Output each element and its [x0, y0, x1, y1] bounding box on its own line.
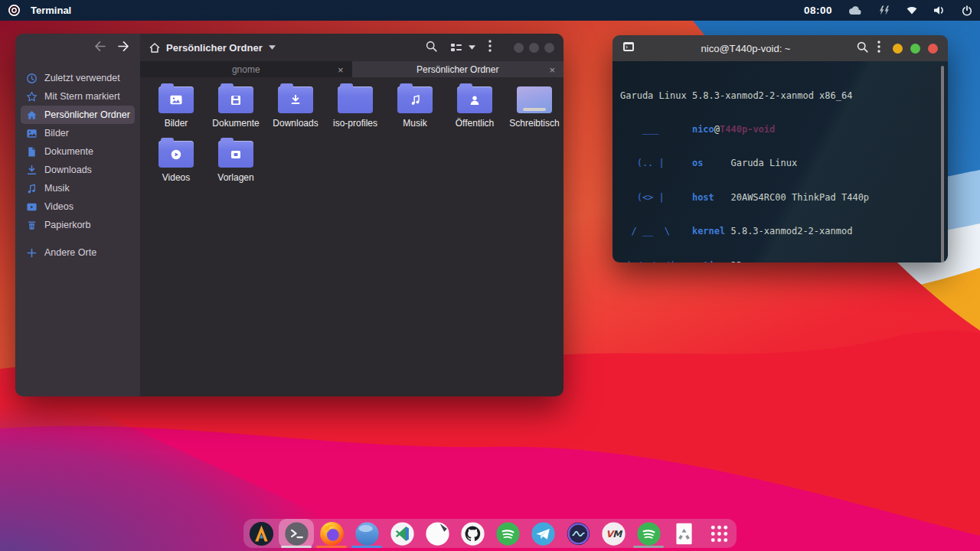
sidebar-item-label: Bilder: [44, 128, 69, 139]
sidebar-item-documents[interactable]: Dokumente: [21, 142, 135, 161]
cloud-icon[interactable]: [848, 5, 862, 15]
folder-videos[interactable]: Videos: [147, 141, 205, 183]
menu-kebab-icon[interactable]: [488, 40, 492, 55]
white-drop-icon: [425, 521, 450, 546]
sidebar-item-videos[interactable]: Videos: [21, 197, 135, 216]
sidebar-item-label: Mit Stern markiert: [44, 91, 120, 102]
bolts-icon[interactable]: [878, 5, 890, 15]
close-button[interactable]: [928, 44, 938, 54]
sidebar-item-music[interactable]: Musik: [21, 179, 135, 197]
clock[interactable]: 08:00: [804, 5, 832, 16]
dock-item-virtual-machine[interactable]: VM: [596, 519, 631, 548]
terminal-app-icon: [622, 41, 635, 55]
menu-kebab-icon[interactable]: [877, 41, 880, 56]
wave-icon: [566, 521, 591, 546]
tab-label: gnome: [232, 64, 260, 75]
download-icon: [26, 165, 38, 176]
dock-item-garuda[interactable]: [243, 519, 279, 548]
sidebar-item-home[interactable]: Persönlicher Ordner: [21, 106, 135, 124]
terminal-line: ___nico@T440p-void: [620, 124, 939, 135]
dock-item-spotify[interactable]: [490, 519, 525, 548]
vm-icon: VM: [601, 521, 626, 546]
running-indicator: [316, 546, 347, 548]
back-icon[interactable]: [94, 41, 106, 54]
maximize-button[interactable]: [529, 43, 539, 53]
files-actions: [426, 40, 554, 55]
volume-icon[interactable]: [933, 5, 946, 15]
person-emblem-icon: [457, 86, 492, 113]
tab-home[interactable]: Persönlicher Ordner ×: [352, 61, 564, 77]
desktop: Terminal 08:00: [0, 0, 980, 551]
folder-iso-profiles[interactable]: iso-profiles: [326, 86, 384, 129]
sidebar-item-pictures[interactable]: Bilder: [21, 124, 135, 142]
files-headerbar: Persönlicher Ordner: [140, 34, 564, 61]
minimize-button[interactable]: [514, 43, 524, 53]
location-button[interactable]: Persönlicher Ordner: [149, 42, 276, 54]
tab-gnome[interactable]: gnome ×: [140, 61, 352, 77]
terminal-scrollbar[interactable]: [941, 66, 944, 262]
wifi-icon[interactable]: [906, 6, 917, 15]
folder-vorlagen[interactable]: Vorlagen: [207, 141, 265, 183]
folder-downloads[interactable]: Downloads: [266, 86, 325, 129]
sidebar-item-label: Downloads: [44, 165, 92, 175]
window-controls: [514, 43, 554, 53]
sidebar-item-trash[interactable]: Papierkorb: [21, 216, 135, 234]
dock-item-web-browser[interactable]: [349, 519, 384, 548]
folder-schreibtisch[interactable]: Schreibtisch: [505, 86, 564, 129]
dock-item-vscode[interactable]: [384, 519, 420, 548]
search-icon[interactable]: [426, 41, 437, 55]
sidebar-item-recent[interactable]: Zuletzt verwendet: [21, 69, 135, 87]
sidebar-item-other-locations[interactable]: Andere Orte: [21, 243, 135, 262]
dock-item-trash[interactable]: [666, 519, 701, 548]
video-icon: [26, 201, 38, 213]
dock-item-system-monitor[interactable]: [560, 519, 596, 548]
spotify-icon: [495, 521, 521, 546]
maximize-button[interactable]: [910, 44, 920, 54]
sidebar-list: Zuletzt verwendet Mit Stern markiert Per…: [15, 61, 140, 262]
terminal-output[interactable]: Garuda Linux 5.8.3-xanmod2-2-xanmod x86_…: [612, 61, 948, 262]
terminal-icon: [284, 521, 309, 546]
folder-oeffentlich[interactable]: Öffentlich: [446, 86, 504, 129]
activities-icon[interactable]: [8, 4, 21, 17]
folder-musik[interactable]: Musik: [386, 86, 444, 129]
folder-bilder[interactable]: Bilder: [147, 86, 205, 129]
tab-close-icon[interactable]: ×: [549, 64, 555, 74]
view-toggle-button[interactable]: [450, 42, 475, 53]
sidebar-spacer: [21, 234, 135, 243]
close-button[interactable]: [544, 43, 554, 53]
dock-item-firefox[interactable]: [314, 519, 349, 548]
focused-app-title[interactable]: Terminal: [31, 5, 71, 16]
play-emblem-icon: [158, 141, 194, 168]
forward-icon[interactable]: [118, 41, 129, 54]
dock-item-telegram[interactable]: [525, 519, 560, 548]
star-icon: [26, 91, 38, 103]
minimize-button[interactable]: [893, 44, 903, 54]
home-icon: [26, 109, 38, 121]
sidebar-item-downloads[interactable]: Downloads: [21, 161, 135, 179]
folder-dokumente[interactable]: Dokumente: [207, 86, 265, 129]
sidebar-item-starred[interactable]: Mit Stern markiert: [21, 87, 135, 106]
running-indicator: [633, 546, 664, 548]
tab-close-icon[interactable]: ×: [338, 64, 344, 74]
recycle-icon: [671, 521, 697, 546]
template-emblem-icon: [218, 141, 253, 168]
running-indicator: [351, 546, 382, 548]
firefox-icon: [319, 521, 345, 546]
plus-icon: [26, 247, 38, 259]
home-icon: [149, 43, 160, 53]
dock-item-show-apps[interactable]: [701, 519, 737, 548]
power-icon[interactable]: [962, 5, 972, 16]
search-icon[interactable]: [857, 41, 868, 56]
location-label: Persönlicher Ordner: [166, 42, 263, 54]
recent-icon: [26, 73, 38, 84]
blue-sphere-icon: [354, 521, 380, 546]
dock-item-notes[interactable]: [420, 519, 455, 548]
garuda-icon: [249, 521, 274, 546]
top-bar-left: Terminal: [8, 4, 71, 17]
telegram-icon: [531, 521, 556, 546]
terminal-line: (<> |host20AWS4RC00 ThinkPad T440p: [620, 192, 939, 204]
dock-item-spotify-2[interactable]: [631, 519, 666, 548]
terminal-line: / __ \kernel5.8.3-xanmod2-2-xanmod: [620, 226, 939, 237]
dock-item-github[interactable]: [455, 519, 490, 548]
dock-item-terminal[interactable]: [279, 519, 314, 548]
